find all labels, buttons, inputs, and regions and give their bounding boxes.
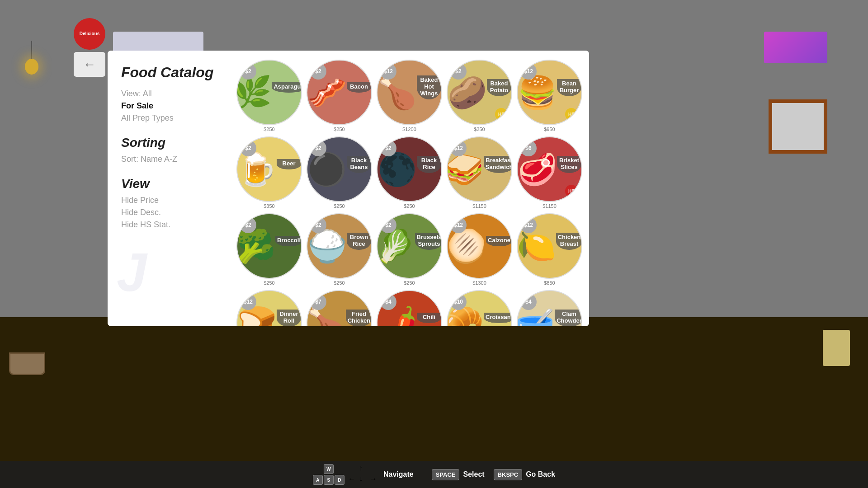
- food-item-broccoli[interactable]: $2 🥦 Broccoli $250: [236, 213, 302, 286]
- hide-price-option[interactable]: Hide Price: [121, 196, 214, 205]
- food-circle: $7 🍗 HS Fried Chicken: [307, 290, 372, 326]
- select-key-group: SPACE Select: [432, 469, 485, 480]
- food-name: Clam Chowder: [555, 310, 582, 327]
- food-item-breakfast-sandwich[interactable]: $12 🥪 Breakfast Sandwich $1150: [447, 136, 512, 209]
- food-item-clam-chowder[interactable]: $4 🥣 HS Clam Chowder $???: [517, 290, 582, 326]
- food-name: Black Rice: [417, 156, 441, 173]
- price-badge: $12: [450, 217, 467, 233]
- arrow-left: ←: [348, 475, 358, 485]
- food-name: Broccoli: [275, 236, 302, 246]
- food-item-black-beans[interactable]: $2 ⚫ Black Beans $250: [307, 136, 372, 209]
- food-item-brisket-slices[interactable]: $6 🥩 HS Brisket Slices $1150: [517, 136, 582, 209]
- back-key-group: BKSPC Go Back: [494, 469, 555, 480]
- food-name: Baked Hot Wings: [417, 75, 441, 99]
- food-item-calzone[interactable]: $12 🫓 Calzone $1300: [447, 213, 512, 286]
- price-badge: $2: [240, 63, 256, 80]
- food-circle: $2 🥬 Brussels Sprouts: [377, 213, 442, 279]
- food-circle: $6 🥩 HS Brisket Slices: [517, 136, 582, 202]
- food-item-bean-burger[interactable]: $12 🍔 HS Bean Burger $950: [517, 60, 582, 132]
- food-subprice: $250: [264, 280, 274, 286]
- sorting-title: Sorting: [121, 136, 214, 150]
- food-subprice: $250: [334, 127, 344, 132]
- food-name: Chicken Breast: [556, 233, 582, 250]
- back-button[interactable]: ←: [74, 52, 105, 77]
- space-key: SPACE: [432, 469, 460, 480]
- arrow-right: →: [370, 475, 380, 485]
- food-item-brussels-sprouts[interactable]: $2 🥬 Brussels Sprouts $250: [377, 213, 442, 286]
- shelf-item: [818, 330, 854, 375]
- panel-title: Food Catalog: [121, 64, 214, 81]
- food-circle: $2 🥓 Bacon: [307, 60, 372, 125]
- price-badge: $6: [520, 140, 537, 156]
- price-badge: $2: [310, 140, 326, 156]
- food-subprice: $850: [544, 280, 555, 286]
- bkspc-key: BKSPC: [494, 469, 523, 480]
- food-subprice: $250: [334, 203, 344, 209]
- food-circle: $2 🌑 Black Rice: [377, 136, 442, 202]
- navigate-label: Navigate: [383, 470, 414, 479]
- sort-option[interactable]: Sort: Name A-Z: [121, 155, 214, 164]
- food-subprice: $1300: [472, 280, 486, 286]
- hide-desc-option[interactable]: Hide Desc.: [121, 208, 214, 217]
- food-circle: $2 🥔 HS Baked Potato: [447, 60, 512, 125]
- nav-bar: W A S D ↑ ← ↓ → Navigate SPACE Select BK…: [0, 461, 868, 488]
- back-label: Go Back: [526, 470, 555, 479]
- navigate-key-group: W A S D ↑ ← ↓ → Navigate: [313, 464, 414, 485]
- food-item-croissant[interactable]: $10 🥐 HS Croissant $???: [447, 290, 512, 326]
- food-circle: $2 🍚 Brown Rice: [307, 213, 372, 279]
- food-item-fried-chicken[interactable]: $7 🍗 HS Fried Chicken $???: [307, 290, 372, 326]
- watermark: J: [117, 245, 147, 299]
- food-name: Dinner Roll: [277, 310, 301, 327]
- lamp-shade: [25, 59, 38, 75]
- lamp-decoration: [25, 41, 38, 77]
- price-badge: $10: [450, 294, 467, 310]
- back-arrow-icon: ←: [83, 57, 96, 72]
- food-item-black-rice[interactable]: $2 🌑 Black Rice $250: [377, 136, 442, 209]
- app-logo: Delicious: [74, 18, 105, 50]
- food-circle: $4 🌶️ HS Chili: [377, 290, 442, 326]
- food-subprice: $950: [544, 127, 555, 132]
- select-label: Select: [463, 470, 484, 479]
- food-name: Bacon: [347, 82, 371, 93]
- food-catalog-dialog: Food Catalog View: All For Sale All Prep…: [108, 51, 589, 326]
- left-panel: Food Catalog View: All For Sale All Prep…: [108, 51, 227, 326]
- food-item-chicken-breast[interactable]: $12 🍋 Chicken Breast $850: [517, 213, 582, 286]
- for-sale-option[interactable]: For Sale: [121, 101, 214, 111]
- price-badge: $4: [520, 294, 537, 310]
- food-item-beer[interactable]: $2 🍺 Beer $350: [236, 136, 302, 209]
- wasd-keys: W A S D: [313, 464, 344, 485]
- food-item-chili[interactable]: $4 🌶️ HS Chili $???: [377, 290, 442, 326]
- price-badge: $2: [380, 140, 396, 156]
- food-item-brown-rice[interactable]: $2 🍚 Brown Rice $250: [307, 213, 372, 286]
- arrow-up: ↑: [359, 464, 369, 474]
- food-item-bacon[interactable]: $2 🥓 Bacon $250: [307, 60, 372, 132]
- key-w: W: [324, 464, 334, 474]
- basket-decoration: [9, 352, 63, 389]
- arrow-down: ↓: [359, 475, 369, 485]
- food-item-dinner-roll[interactable]: $12 🍞 HS Dinner Roll $???: [236, 290, 302, 326]
- food-name: Black Beans: [347, 156, 371, 173]
- food-name: Fried Chicken: [346, 310, 372, 327]
- hs-badge: HS: [565, 185, 578, 197]
- food-name: Brown Rice: [347, 233, 371, 250]
- catalog-panel[interactable]: $2 🌿 Asparagus $250 $2 🥓 Bacon $250 $12 …: [227, 51, 589, 326]
- price-badge: $2: [310, 63, 326, 80]
- food-item-baked-hot-wings[interactable]: $12 🍗 Baked Hot Wings $1200: [377, 60, 442, 132]
- food-item-baked-potato[interactable]: $2 🥔 HS Baked Potato $250: [447, 60, 512, 132]
- all-prep-option[interactable]: All Prep Types: [121, 113, 214, 123]
- price-badge: $4: [380, 294, 396, 310]
- food-name: Bean Burger: [557, 79, 581, 96]
- hide-hs-option[interactable]: Hide HS Stat.: [121, 220, 214, 230]
- arrow-keys: ↑ ← ↓ →: [348, 464, 380, 485]
- food-name: Chili: [417, 313, 441, 323]
- food-subprice: $250: [404, 280, 415, 286]
- food-item-asparagus[interactable]: $2 🌿 Asparagus $250: [236, 60, 302, 132]
- price-badge: $7: [310, 294, 326, 310]
- arrow-empty-2: [370, 464, 380, 474]
- view-all-option[interactable]: View: All: [121, 89, 214, 99]
- logo-text: Delicious: [80, 31, 99, 37]
- view-title: View: [121, 177, 214, 191]
- food-circle: $12 🥪 Breakfast Sandwich: [447, 136, 512, 202]
- price-badge: $2: [380, 217, 396, 233]
- food-subprice: $250: [474, 127, 485, 132]
